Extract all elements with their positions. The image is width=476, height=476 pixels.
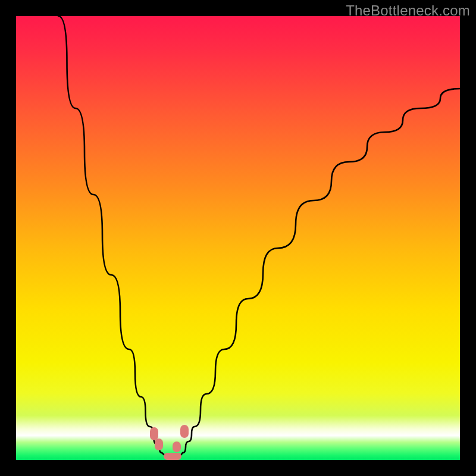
bottleneck-curve — [16, 16, 460, 460]
curve-valley-floor — [162, 453, 183, 458]
plot-area — [16, 16, 460, 460]
curve-right-branch — [183, 89, 460, 453]
curve-left-branch — [58, 16, 162, 453]
watermark-text: TheBottleneck.com — [346, 2, 470, 19]
